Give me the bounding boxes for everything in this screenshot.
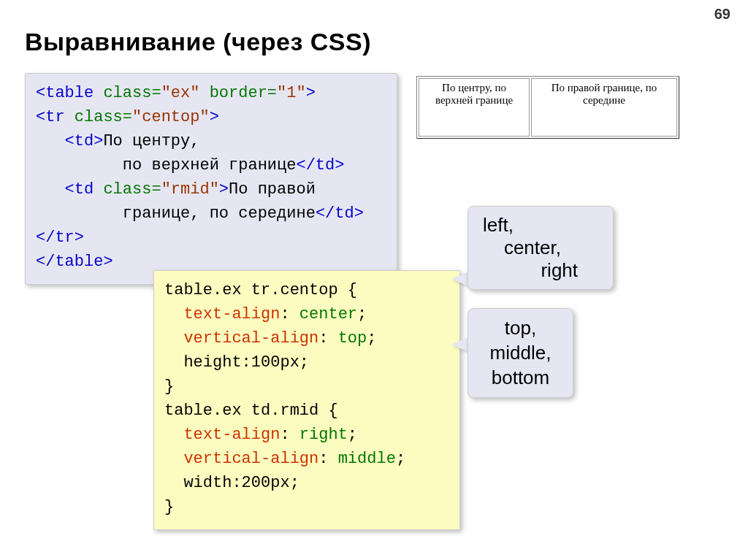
code-text: } [164,498,174,516]
code-text: "1" [277,84,306,102]
code-text: table.ex tr.centop { [164,281,357,299]
code-text: границе, по середине [36,204,316,223]
code-text: <tr [36,108,65,126]
code-text: "centop" [132,108,210,126]
page-number: 69 [714,6,730,23]
code-text: top [338,329,367,348]
code-text: </table> [36,253,113,271]
example-table-wrapper: По центру, по верхней границе По правой … [416,76,679,139]
table-cell-left: По центру, по верхней границе [419,78,530,137]
code-text: > [210,108,219,126]
code-text: "ex" [161,84,200,102]
css-code-block: table.ex tr.centop { text-align: center;… [153,270,460,530]
code-text: } [164,377,174,396]
code-text: height:100px; [164,353,309,372]
code-text: border= [199,84,277,102]
code-text: class= [94,84,161,102]
code-text: </td> [296,156,344,174]
code-text: > [219,180,229,199]
code-text: "rmid" [161,180,219,199]
code-text: <td [36,180,94,199]
code-text: по верхней границе [36,156,296,174]
code-text: </tr> [36,229,84,247]
code-text: center [299,305,357,323]
code-text: right [299,426,348,444]
code-text: <td> [36,132,103,150]
code-text: vertical-align [183,450,318,468]
code-text: class= [65,108,132,126]
code-text: text-align [183,305,280,323]
code-text: </td> [316,204,364,223]
code-text: table.ex td.rmid { [164,402,338,420]
html-code-block: <table class="ex" border="1"> <tr class=… [25,73,397,285]
table-row: По центру, по верхней границе По правой … [419,78,677,137]
slide-title: Выравнивание (через CSS) [25,28,371,56]
code-text: По правой [229,180,316,199]
code-text: class= [94,180,161,199]
code-text: width:200px; [164,474,299,492]
code-text: vertical-align [183,329,318,348]
callout-vertical-align-values: top, middle, bottom [468,308,573,398]
code-text: text-align [183,426,280,444]
code-text: > [306,84,316,102]
callout-text-align-values: left, center, right [468,206,614,290]
code-text: middle [338,450,396,468]
code-text: <table [36,84,94,102]
table-cell-right: По правой границе, по середине [531,78,677,137]
example-table: По центру, по верхней границе По правой … [416,76,679,139]
code-text: По центру, [103,132,199,150]
